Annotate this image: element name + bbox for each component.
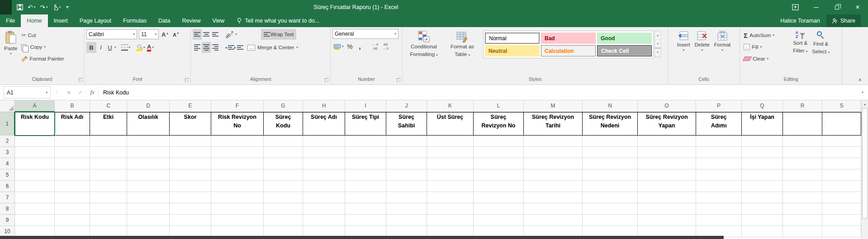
- clear-button[interactable]: Clear ▾: [742, 53, 791, 64]
- cell-H1[interactable]: Süreç Adı: [303, 112, 345, 136]
- cell-M2[interactable]: [524, 136, 583, 147]
- column-header-O[interactable]: O: [638, 100, 696, 112]
- customize-qat-button[interactable]: ▾: [64, 6, 71, 9]
- cell-K2[interactable]: [427, 136, 474, 147]
- cell-B9[interactable]: [55, 215, 90, 226]
- cell-I8[interactable]: [345, 203, 386, 215]
- style-calculation[interactable]: Calculation: [541, 45, 596, 56]
- underline-button[interactable]: U: [105, 42, 114, 53]
- cell-L4[interactable]: [474, 158, 524, 169]
- column-header-N[interactable]: N: [583, 100, 638, 112]
- tab-file[interactable]: File: [0, 14, 21, 27]
- cell-Q10[interactable]: [742, 226, 783, 237]
- align-right-button[interactable]: [211, 42, 220, 53]
- undo-button[interactable]: ↶▾: [26, 2, 37, 12]
- align-left-button[interactable]: [193, 42, 202, 53]
- cell-K3[interactable]: [427, 147, 474, 158]
- cell-R5[interactable]: [783, 169, 822, 181]
- increase-decimal-button[interactable]: ←.0.00: [370, 42, 380, 51]
- tab-page-layout[interactable]: Page Layout: [74, 14, 117, 27]
- cell-L8[interactable]: [474, 203, 524, 215]
- cell-C7[interactable]: [90, 192, 127, 203]
- minimize-button[interactable]: [806, 0, 826, 14]
- cell-A2[interactable]: [15, 136, 55, 147]
- clipboard-dialog-launcher[interactable]: [79, 78, 83, 82]
- cell-P4[interactable]: [696, 158, 742, 169]
- cell-R6[interactable]: [783, 181, 822, 192]
- cell-B1[interactable]: Risk Adı: [55, 112, 90, 136]
- cell-M5[interactable]: [524, 169, 583, 181]
- cell-G6[interactable]: [264, 181, 303, 192]
- cell-D2[interactable]: [127, 136, 170, 147]
- cell-K4[interactable]: [427, 158, 474, 169]
- decrease-decimal-button[interactable]: .00→.0: [380, 42, 390, 51]
- cell-D7[interactable]: [127, 192, 170, 203]
- cell-K6[interactable]: [427, 181, 474, 192]
- cell-S3[interactable]: [822, 147, 861, 158]
- column-header-B[interactable]: B: [55, 100, 90, 112]
- cell-F8[interactable]: [211, 203, 264, 215]
- cell-I4[interactable]: [345, 158, 386, 169]
- cell-I9[interactable]: [345, 215, 386, 226]
- cancel-button[interactable]: ✕: [63, 85, 75, 100]
- paste-button[interactable]: Paste ▾: [2, 29, 19, 75]
- cell-E1[interactable]: Skor: [170, 112, 211, 136]
- cell-B6[interactable]: [55, 181, 90, 192]
- cell-B5[interactable]: [55, 169, 90, 181]
- enter-button[interactable]: ✓: [75, 85, 86, 100]
- tab-data[interactable]: Data: [152, 14, 176, 27]
- tab-insert[interactable]: Insert: [48, 14, 74, 27]
- cell-N9[interactable]: [583, 215, 638, 226]
- format-cells-button[interactable]: Format ▾: [712, 29, 733, 75]
- formula-bar-resize-handle[interactable]: ⋮: [51, 85, 63, 100]
- restore-button[interactable]: [826, 0, 847, 14]
- cell-O2[interactable]: [638, 136, 696, 147]
- cell-G5[interactable]: [264, 169, 303, 181]
- cell-K8[interactable]: [427, 203, 474, 215]
- cell-F7[interactable]: [211, 192, 264, 203]
- tab-view[interactable]: View: [206, 14, 230, 27]
- save-button[interactable]: [15, 2, 24, 12]
- cell-P1[interactable]: Süreç Adımı: [696, 112, 742, 136]
- gallery-more-icon[interactable]: ▼: [655, 48, 660, 57]
- cell-I7[interactable]: [345, 192, 386, 203]
- cell-G3[interactable]: [264, 147, 303, 158]
- column-header-H[interactable]: H: [303, 100, 345, 112]
- cell-P2[interactable]: [696, 136, 742, 147]
- cell-B2[interactable]: [55, 136, 90, 147]
- cell-F2[interactable]: [211, 136, 264, 147]
- cell-A1[interactable]: Risk Kodu: [15, 112, 55, 136]
- cell-N3[interactable]: [583, 147, 638, 158]
- cell-O9[interactable]: [638, 215, 696, 226]
- cell-H9[interactable]: [303, 215, 345, 226]
- cell-H8[interactable]: [303, 203, 345, 215]
- expand-formula-bar-button[interactable]: ▾: [857, 85, 868, 100]
- cell-N4[interactable]: [583, 158, 638, 169]
- cell-C8[interactable]: [90, 203, 127, 215]
- cell-J8[interactable]: [386, 203, 427, 215]
- cell-M3[interactable]: [524, 147, 583, 158]
- row-header-5[interactable]: 5: [0, 169, 15, 181]
- cell-L7[interactable]: [474, 192, 524, 203]
- copy-button[interactable]: Copy ▾: [19, 42, 66, 52]
- style-bad[interactable]: Bad: [541, 33, 596, 44]
- wrap-text-button[interactable]: Wrap Text: [261, 29, 296, 40]
- cell-J7[interactable]: [386, 192, 427, 203]
- user-name[interactable]: Hatice Toraman: [774, 14, 826, 27]
- cell-E3[interactable]: [170, 147, 211, 158]
- cell-B4[interactable]: [55, 158, 90, 169]
- column-header-M[interactable]: M: [524, 100, 583, 112]
- cell-R3[interactable]: [783, 147, 822, 158]
- cell-C3[interactable]: [90, 147, 127, 158]
- cell-S5[interactable]: [822, 169, 861, 181]
- scroll-up-icon[interactable]: ▲: [862, 100, 868, 108]
- cell-S6[interactable]: [822, 181, 861, 192]
- cell-I3[interactable]: [345, 147, 386, 158]
- cell-F9[interactable]: [211, 215, 264, 226]
- insert-function-button[interactable]: fx: [86, 85, 98, 100]
- cell-C5[interactable]: [90, 169, 127, 181]
- cell-M6[interactable]: [524, 181, 583, 192]
- autosum-button[interactable]: Σ AutoSum ▾: [742, 30, 791, 41]
- cell-J4[interactable]: [386, 158, 427, 169]
- dropdown-icon[interactable]: ▾: [46, 5, 48, 9]
